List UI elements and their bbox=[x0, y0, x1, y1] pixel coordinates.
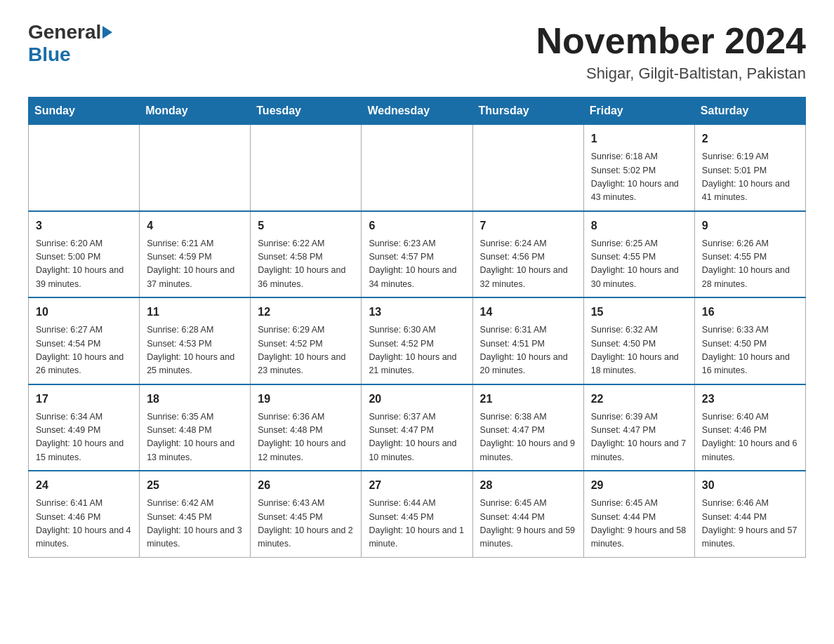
day-info: Sunrise: 6:28 AMSunset: 4:53 PMDaylight:… bbox=[147, 323, 243, 378]
col-header-monday: Monday bbox=[140, 98, 251, 125]
calendar-cell: 17Sunrise: 6:34 AMSunset: 4:49 PMDayligh… bbox=[29, 384, 140, 471]
day-info: Sunrise: 6:22 AMSunset: 4:58 PMDaylight:… bbox=[258, 237, 354, 292]
day-info: Sunrise: 6:26 AMSunset: 4:55 PMDaylight:… bbox=[702, 237, 798, 292]
day-info: Sunrise: 6:32 AMSunset: 4:50 PMDaylight:… bbox=[591, 323, 687, 378]
day-number: 20 bbox=[369, 391, 465, 408]
calendar-week-row: 1Sunrise: 6:18 AMSunset: 5:02 PMDaylight… bbox=[29, 125, 806, 211]
calendar-cell: 18Sunrise: 6:35 AMSunset: 4:48 PMDayligh… bbox=[140, 384, 251, 471]
day-number: 9 bbox=[702, 217, 798, 234]
calendar-cell: 2Sunrise: 6:19 AMSunset: 5:01 PMDaylight… bbox=[694, 125, 805, 211]
day-number: 5 bbox=[258, 217, 354, 234]
day-info: Sunrise: 6:40 AMSunset: 4:46 PMDaylight:… bbox=[702, 410, 798, 465]
day-info: Sunrise: 6:43 AMSunset: 4:45 PMDaylight:… bbox=[258, 497, 354, 551]
day-number: 15 bbox=[591, 304, 687, 321]
calendar-cell: 3Sunrise: 6:20 AMSunset: 5:00 PMDaylight… bbox=[29, 211, 140, 298]
day-number: 3 bbox=[36, 217, 132, 234]
calendar-cell: 9Sunrise: 6:26 AMSunset: 4:55 PMDaylight… bbox=[694, 211, 805, 298]
day-info: Sunrise: 6:37 AMSunset: 4:47 PMDaylight:… bbox=[369, 410, 465, 465]
day-number: 22 bbox=[591, 391, 687, 408]
logo-arrow-icon bbox=[102, 26, 112, 39]
page-header: General Blue November 2024 Shigar, Gilgi… bbox=[28, 21, 806, 83]
calendar-cell: 15Sunrise: 6:32 AMSunset: 4:50 PMDayligh… bbox=[583, 297, 694, 384]
col-header-sunday: Sunday bbox=[29, 98, 140, 125]
calendar-cell: 19Sunrise: 6:36 AMSunset: 4:48 PMDayligh… bbox=[251, 384, 362, 471]
day-number: 25 bbox=[147, 477, 243, 494]
month-title: November 2024 bbox=[536, 21, 806, 61]
day-number: 10 bbox=[36, 304, 132, 321]
calendar-cell: 27Sunrise: 6:44 AMSunset: 4:45 PMDayligh… bbox=[362, 471, 472, 557]
day-number: 27 bbox=[369, 477, 465, 494]
calendar-cell bbox=[29, 125, 140, 211]
calendar-cell bbox=[140, 125, 251, 211]
calendar-header-row: SundayMondayTuesdayWednesdayThursdayFrid… bbox=[29, 98, 806, 125]
day-info: Sunrise: 6:20 AMSunset: 5:00 PMDaylight:… bbox=[36, 237, 132, 292]
col-header-friday: Friday bbox=[583, 98, 694, 125]
day-number: 19 bbox=[258, 391, 354, 408]
day-number: 16 bbox=[702, 304, 798, 321]
calendar-cell: 24Sunrise: 6:41 AMSunset: 4:46 PMDayligh… bbox=[29, 471, 140, 557]
day-number: 6 bbox=[369, 217, 465, 234]
calendar-cell: 21Sunrise: 6:38 AMSunset: 4:47 PMDayligh… bbox=[472, 384, 583, 471]
day-number: 17 bbox=[36, 391, 132, 408]
day-number: 11 bbox=[147, 304, 243, 321]
col-header-wednesday: Wednesday bbox=[362, 98, 472, 125]
day-info: Sunrise: 6:24 AMSunset: 4:56 PMDaylight:… bbox=[480, 237, 576, 292]
day-info: Sunrise: 6:36 AMSunset: 4:48 PMDaylight:… bbox=[258, 410, 354, 465]
day-info: Sunrise: 6:34 AMSunset: 4:49 PMDaylight:… bbox=[36, 410, 132, 465]
day-info: Sunrise: 6:19 AMSunset: 5:01 PMDaylight:… bbox=[702, 150, 798, 205]
calendar-cell: 8Sunrise: 6:25 AMSunset: 4:55 PMDaylight… bbox=[583, 211, 694, 298]
day-number: 18 bbox=[147, 391, 243, 408]
day-info: Sunrise: 6:44 AMSunset: 4:45 PMDaylight:… bbox=[369, 497, 465, 551]
day-number: 7 bbox=[480, 217, 576, 234]
calendar-cell: 29Sunrise: 6:45 AMSunset: 4:44 PMDayligh… bbox=[583, 471, 694, 557]
calendar-cell: 14Sunrise: 6:31 AMSunset: 4:51 PMDayligh… bbox=[472, 297, 583, 384]
day-info: Sunrise: 6:27 AMSunset: 4:54 PMDaylight:… bbox=[36, 323, 132, 378]
logo: General Blue bbox=[28, 21, 114, 66]
day-number: 13 bbox=[369, 304, 465, 321]
calendar-cell: 5Sunrise: 6:22 AMSunset: 4:58 PMDaylight… bbox=[251, 211, 362, 298]
calendar-cell: 10Sunrise: 6:27 AMSunset: 4:54 PMDayligh… bbox=[29, 297, 140, 384]
day-info: Sunrise: 6:23 AMSunset: 4:57 PMDaylight:… bbox=[369, 237, 465, 292]
calendar-cell: 4Sunrise: 6:21 AMSunset: 4:59 PMDaylight… bbox=[140, 211, 251, 298]
day-info: Sunrise: 6:25 AMSunset: 4:55 PMDaylight:… bbox=[591, 237, 687, 292]
day-number: 23 bbox=[702, 391, 798, 408]
day-number: 2 bbox=[702, 130, 798, 147]
day-number: 24 bbox=[36, 477, 132, 494]
calendar-cell: 13Sunrise: 6:30 AMSunset: 4:52 PMDayligh… bbox=[362, 297, 472, 384]
logo-general: General bbox=[28, 21, 101, 43]
day-info: Sunrise: 6:41 AMSunset: 4:46 PMDaylight:… bbox=[36, 497, 132, 551]
calendar-cell: 22Sunrise: 6:39 AMSunset: 4:47 PMDayligh… bbox=[583, 384, 694, 471]
col-header-thursday: Thursday bbox=[472, 98, 583, 125]
day-info: Sunrise: 6:21 AMSunset: 4:59 PMDaylight:… bbox=[147, 237, 243, 292]
calendar-cell bbox=[251, 125, 362, 211]
title-section: November 2024 Shigar, Gilgit-Baltistan, … bbox=[536, 21, 806, 83]
day-number: 29 bbox=[591, 477, 687, 494]
col-header-saturday: Saturday bbox=[694, 98, 805, 125]
logo-text: General bbox=[28, 21, 114, 43]
logo-blue: Blue bbox=[28, 43, 71, 66]
day-info: Sunrise: 6:39 AMSunset: 4:47 PMDaylight:… bbox=[591, 410, 687, 465]
day-info: Sunrise: 6:45 AMSunset: 4:44 PMDaylight:… bbox=[480, 497, 576, 551]
calendar-table: SundayMondayTuesdayWednesdayThursdayFrid… bbox=[28, 97, 806, 558]
day-number: 1 bbox=[591, 130, 687, 147]
calendar-cell: 7Sunrise: 6:24 AMSunset: 4:56 PMDaylight… bbox=[472, 211, 583, 298]
calendar-week-row: 10Sunrise: 6:27 AMSunset: 4:54 PMDayligh… bbox=[29, 297, 806, 384]
day-number: 21 bbox=[480, 391, 576, 408]
calendar-cell bbox=[362, 125, 472, 211]
day-number: 26 bbox=[258, 477, 354, 494]
day-info: Sunrise: 6:38 AMSunset: 4:47 PMDaylight:… bbox=[480, 410, 576, 465]
day-info: Sunrise: 6:42 AMSunset: 4:45 PMDaylight:… bbox=[147, 497, 243, 551]
day-number: 4 bbox=[147, 217, 243, 234]
day-number: 12 bbox=[258, 304, 354, 321]
calendar-week-row: 17Sunrise: 6:34 AMSunset: 4:49 PMDayligh… bbox=[29, 384, 806, 471]
location-title: Shigar, Gilgit-Baltistan, Pakistan bbox=[536, 65, 806, 83]
calendar-week-row: 24Sunrise: 6:41 AMSunset: 4:46 PMDayligh… bbox=[29, 471, 806, 557]
calendar-cell: 26Sunrise: 6:43 AMSunset: 4:45 PMDayligh… bbox=[251, 471, 362, 557]
day-number: 28 bbox=[480, 477, 576, 494]
day-info: Sunrise: 6:46 AMSunset: 4:44 PMDaylight:… bbox=[702, 497, 798, 551]
day-info: Sunrise: 6:18 AMSunset: 5:02 PMDaylight:… bbox=[591, 150, 687, 205]
col-header-tuesday: Tuesday bbox=[251, 98, 362, 125]
day-info: Sunrise: 6:29 AMSunset: 4:52 PMDaylight:… bbox=[258, 323, 354, 378]
day-info: Sunrise: 6:35 AMSunset: 4:48 PMDaylight:… bbox=[147, 410, 243, 465]
day-info: Sunrise: 6:33 AMSunset: 4:50 PMDaylight:… bbox=[702, 323, 798, 378]
